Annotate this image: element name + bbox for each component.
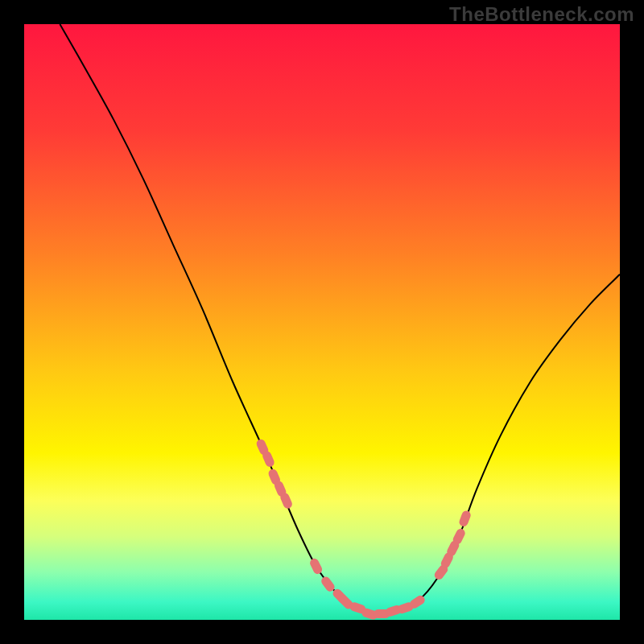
chart-svg <box>24 24 620 620</box>
plot-area <box>24 24 620 620</box>
chart-frame: TheBottleneck.com <box>0 0 644 644</box>
watermark-text: TheBottleneck.com <box>449 3 634 26</box>
gradient-background <box>24 24 620 620</box>
